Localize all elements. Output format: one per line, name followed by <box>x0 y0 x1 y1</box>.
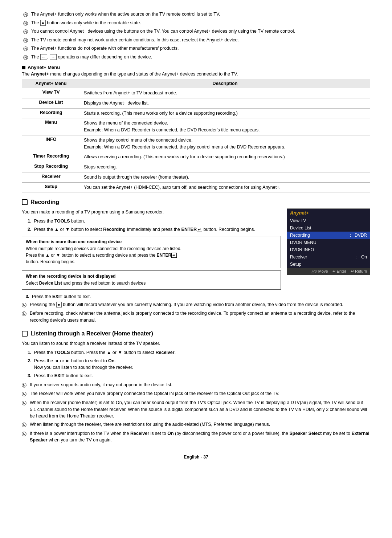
desc-info: Shows the play control menu of the conne… <box>80 135 370 152</box>
listen-note-5: Ⓝ If there is a power interruption to th… <box>22 430 370 444</box>
desc-menu: Shows the menu of the connected device. … <box>80 118 370 135</box>
note-icon-rec-2: Ⓝ <box>22 310 28 318</box>
menu-device-list: Device List <box>22 98 80 108</box>
table-header-menu: Anynet+ Menu <box>22 79 80 88</box>
recording-left-column: You can make a recording of a TV program… <box>22 208 281 292</box>
note-icon-listen-2: Ⓝ <box>22 391 28 398</box>
listening-title: Listening through a Receiver (Home theat… <box>22 330 370 337</box>
recording-intro: You can make a recording of a TV program… <box>22 208 281 216</box>
listening-steps-list: 1. Press the TOOLS button. Press the ▲ o… <box>22 349 370 379</box>
menu-receiver: Receiver <box>22 172 80 182</box>
note-icon-listen-5: Ⓝ <box>22 431 28 438</box>
recording-steps-list: 1. Press the TOOLS button. 2. Press the … <box>22 218 281 233</box>
footer-enter: ↵ Enter <box>332 269 346 274</box>
table-row: Stop Recording Stops recording. <box>22 162 370 172</box>
listen-note-2: Ⓝ The receiver will work when you have p… <box>22 390 370 398</box>
note-icon-6: Ⓝ <box>23 54 30 61</box>
note-item-5: Ⓝ The Anynet+ functions do not operate w… <box>22 45 370 53</box>
listening-section: Listening through a Receiver (Home theat… <box>22 330 370 444</box>
menu-menu: Menu <box>22 118 80 135</box>
table-row: Menu Shows the menu of the connected dev… <box>22 118 370 135</box>
listen-note-4: Ⓝ When listening through the receiver, t… <box>22 421 370 429</box>
table-row: View TV Switches from Anynet+ to TV broa… <box>22 88 370 98</box>
anynet-panel-container: Anynet+ View TV Device List Recording: D… <box>287 208 370 292</box>
listen-note-1: Ⓝ If your receiver supports audio only, … <box>22 382 370 389</box>
anynet-panel-title: Anynet+ <box>287 209 370 217</box>
step-1: 1. Press the TOOLS button. <box>28 218 281 225</box>
page-number: English - 37 <box>184 455 208 460</box>
panel-item-dvdr-menu: DVDR MENU <box>287 239 370 246</box>
panel-item-receiver: Receiver: On <box>287 253 370 261</box>
menu-info: INFO <box>22 135 80 152</box>
top-notes-list: Ⓝ The Anynet+ function only works when t… <box>22 11 370 61</box>
panel-item-device-list: Device List <box>287 224 370 232</box>
menu-view-tv: View TV <box>22 88 80 98</box>
menu-timer-recording: Timer Recording <box>22 152 80 162</box>
warning-box-not-displayed: When the recording device is not display… <box>22 270 281 290</box>
warning-box-multiple-devices: When there is more than one recording de… <box>22 236 281 268</box>
recording-title: Recording <box>22 199 370 205</box>
note-icon-1: Ⓝ <box>23 11 30 19</box>
black-square-icon <box>22 66 25 69</box>
note-item-3: Ⓝ You cannot control Anynet+ devices usi… <box>22 28 370 36</box>
desc-receiver: Sound is output through the receiver (ho… <box>80 172 370 182</box>
checkbox-icon <box>22 199 28 205</box>
step-3: 3. Press the EXIT button to exit. <box>22 294 370 299</box>
menu-stop-recording: Stop Recording <box>22 162 80 172</box>
note-icon-4: Ⓝ <box>23 37 30 44</box>
anynet-menu-description: The Anynet+ menu changes depending on th… <box>22 72 370 77</box>
recording-bottom-notes: Ⓝ Pressing the ● button will record what… <box>22 301 370 324</box>
panel-item-dvdr-info: DVDR INFO <box>287 246 370 253</box>
note-icon-3: Ⓝ <box>23 28 30 36</box>
note-item-1: Ⓝ The Anynet+ function only works when t… <box>22 11 370 19</box>
note-item-4: Ⓝ The TV remote control may not work und… <box>22 37 370 44</box>
recording-content: You can make a recording of a TV program… <box>22 208 370 292</box>
warning-text-1: When multiple recording devices are conn… <box>26 245 277 265</box>
anynet-menu-header: Anynet+ Menu <box>22 65 370 70</box>
footer-move: △▽ Move <box>311 269 328 274</box>
note-item-2: Ⓝ The ● button works only while in the r… <box>22 20 370 27</box>
listen-note-3: Ⓝ When the receiver (home theater) is se… <box>22 399 370 420</box>
desc-view-tv: Switches from Anynet+ to TV broadcast mo… <box>80 88 370 98</box>
recording-note-2: Ⓝ Before recording, check whether the an… <box>22 310 370 324</box>
listen-step-2: 2. Press the ◄ or ► button to select to … <box>28 358 370 371</box>
table-row: Recording Starts a recording. (This menu… <box>22 108 370 118</box>
step-2: 2. Press the ▲ or ▼ button to select Rec… <box>28 226 281 233</box>
anynet-menu-title: Anynet+ Menu <box>28 65 60 70</box>
table-header-desc: Description <box>80 79 370 88</box>
note-item-6: Ⓝ The ←, → operations may differ dependi… <box>22 54 370 61</box>
footer-return: ↩ Return <box>351 269 367 274</box>
table-row: INFO Shows the play control menu of the … <box>22 135 370 152</box>
note-icon-listen-3: Ⓝ <box>22 400 28 407</box>
note-icon-5: Ⓝ <box>23 45 30 53</box>
desc-timer-recording: Allows reserving a recording. (This menu… <box>80 152 370 162</box>
warning-text-2: Select Device List and press the red but… <box>26 280 277 286</box>
desc-recording: Starts a recording. (This menu works onl… <box>80 108 370 118</box>
table-row: Timer Recording Allows reserving a recor… <box>22 152 370 162</box>
warning-title-2: When the recording device is not display… <box>26 274 277 279</box>
checkbox-icon-2 <box>22 331 28 337</box>
table-row: Receiver Sound is output through the rec… <box>22 172 370 182</box>
panel-item-setup: Setup <box>287 261 370 268</box>
note-icon-2: Ⓝ <box>23 20 30 27</box>
note-icon-listen-4: Ⓝ <box>22 421 28 429</box>
table-row: Device List Displays the Anynet+ device … <box>22 98 370 108</box>
recording-note-1: Ⓝ Pressing the ● button will record what… <box>22 301 370 309</box>
table-row: Setup You can set the Anynet+ (HDMI-CEC)… <box>22 182 370 192</box>
anynet-panel: Anynet+ View TV Device List Recording: D… <box>287 208 370 275</box>
anynet-menu-table: Anynet+ Menu Description View TV Switche… <box>22 79 370 192</box>
menu-recording: Recording <box>22 108 80 118</box>
note-icon-listen-1: Ⓝ <box>22 382 28 389</box>
desc-stop-recording: Stops recording. <box>80 162 370 172</box>
desc-setup: You can set the Anynet+ (HDMI-CEC), auto… <box>80 182 370 192</box>
panel-item-recording: Recording: DVDR <box>287 232 370 239</box>
page-footer: English - 37 <box>22 455 370 460</box>
listening-intro: You can listen to sound through a receiv… <box>22 340 370 347</box>
panel-item-view-tv: View TV <box>287 217 370 224</box>
listen-step-3: 3. Press the EXIT button to exit. <box>28 372 370 379</box>
recording-section: Recording You can make a recording of a … <box>22 199 370 324</box>
desc-device-list: Displays the Anynet+ device list. <box>80 98 370 108</box>
listen-step-1: 1. Press the TOOLS button. Press the ▲ o… <box>28 349 370 356</box>
note-icon-rec-1: Ⓝ <box>22 302 28 309</box>
warning-title-1: When there is more than one recording de… <box>26 239 277 244</box>
